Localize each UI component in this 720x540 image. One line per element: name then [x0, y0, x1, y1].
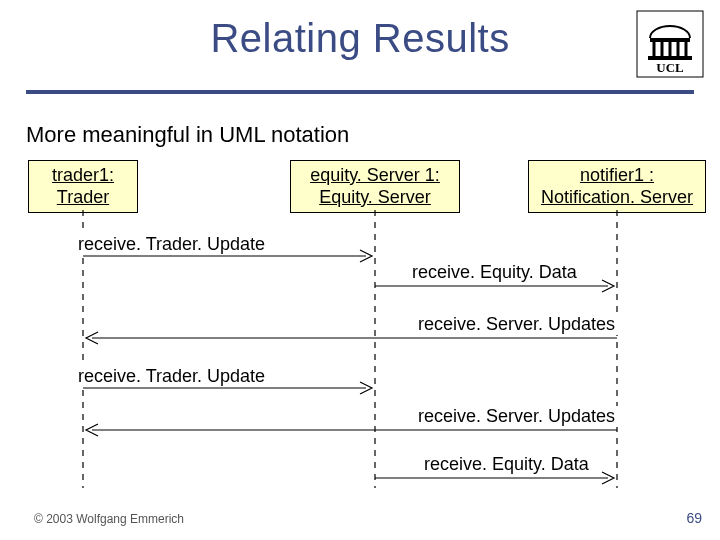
svg-text:UCL: UCL	[656, 60, 684, 75]
msg-receive-equity-data-2: receive. Equity. Data	[420, 454, 593, 475]
ucl-logo: UCL	[636, 10, 704, 78]
title-rule	[26, 90, 694, 94]
uml-sequence-diagram: trader1:Trader equity. Server 1:Equity. …	[0, 158, 720, 518]
msg-receive-trader-update-2: receive. Trader. Update	[74, 366, 269, 387]
svg-rect-1	[650, 38, 690, 42]
msg-receive-equity-data-1: receive. Equity. Data	[408, 262, 581, 283]
subtitle: More meaningful in UML notation	[26, 122, 349, 148]
footer-copyright: © 2003 Wolfgang Emmerich	[34, 512, 184, 526]
footer-page-number: 69	[686, 510, 702, 526]
msg-receive-trader-update-1: receive. Trader. Update	[74, 234, 269, 255]
msg-receive-server-updates-1: receive. Server. Updates	[414, 314, 619, 335]
page-title: Relating Results	[0, 16, 720, 61]
msg-receive-server-updates-2: receive. Server. Updates	[414, 406, 619, 427]
slide: Relating Results UCL More meaningful in …	[0, 0, 720, 540]
